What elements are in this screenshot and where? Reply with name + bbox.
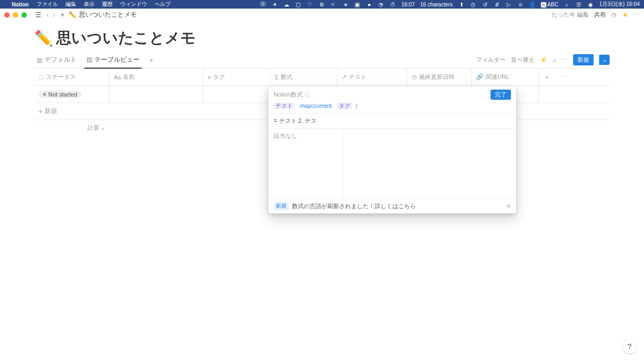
col-updated[interactable]: ◷最終更新日時 bbox=[407, 69, 472, 85]
control-center-icon[interactable]: ☰ bbox=[575, 1, 582, 8]
formula-result: = テスト 2, テス bbox=[268, 113, 516, 128]
col-formula[interactable]: Σ数式 bbox=[270, 69, 338, 85]
col-url[interactable]: 🔗関連URL bbox=[472, 69, 539, 85]
help-button[interactable]: ? bbox=[623, 340, 636, 353]
token-keyword: current bbox=[313, 102, 332, 109]
status-icon[interactable]: Ⓝ bbox=[260, 1, 266, 8]
menubar-item-history[interactable]: 履歴 bbox=[102, 1, 113, 8]
menubar-item-help[interactable]: ヘルプ bbox=[155, 1, 171, 8]
footer-text[interactable]: 数式の言語が刷新されました！詳しくはこちら bbox=[292, 202, 416, 210]
search-icon[interactable]: ⌕ bbox=[564, 1, 570, 8]
favorite-icon[interactable]: ★ bbox=[622, 11, 628, 19]
sort-button[interactable]: 並べ替え bbox=[511, 56, 535, 64]
close-window[interactable] bbox=[4, 12, 10, 18]
col-more[interactable]: ⋯ bbox=[555, 69, 571, 85]
page-emoji-icon[interactable]: ✏️ bbox=[34, 30, 53, 47]
done-button[interactable]: 完了 bbox=[491, 90, 511, 100]
add-column[interactable]: + bbox=[539, 69, 555, 85]
nav-back[interactable]: ‹ bbox=[46, 11, 50, 19]
calc-cell[interactable]: 計算 ⌄ bbox=[34, 120, 109, 135]
token-property: タグ bbox=[337, 102, 352, 109]
cell-tag[interactable] bbox=[203, 86, 270, 102]
status-text: Not started bbox=[48, 91, 77, 98]
col-name[interactable]: Aa名前 bbox=[109, 69, 203, 85]
calc-label: 計算 bbox=[87, 124, 99, 132]
upload-icon[interactable]: ⬆ bbox=[458, 1, 465, 8]
status-icon[interactable]: ✦ bbox=[272, 1, 278, 8]
table-header: ◌ステータス Aa名前 ≡タグ Σ数式 ↗テスト ◷最終更新日時 🔗関連URL … bbox=[34, 69, 610, 86]
link-icon: 🔗 bbox=[476, 73, 484, 80]
table-icon: ▤ bbox=[86, 56, 92, 63]
cell-name[interactable] bbox=[109, 86, 203, 102]
token-property: テスト bbox=[274, 102, 295, 109]
new-page-icon[interactable]: + bbox=[61, 11, 64, 19]
cell-status[interactable]: Not started bbox=[34, 86, 109, 102]
more-icon[interactable]: ⋯ bbox=[634, 11, 640, 18]
col-label: ステータス bbox=[46, 73, 76, 81]
sync-icon[interactable]: ⇵ bbox=[494, 1, 500, 8]
app-icon[interactable]: ▣ bbox=[354, 1, 361, 8]
col-label: 関連URL bbox=[486, 73, 509, 81]
menubar-item-window[interactable]: ウィンドウ bbox=[120, 1, 147, 8]
formula-editor-popover: Notion数式 ⓘ 完了 テスト .map(current. タグ ) = テ… bbox=[268, 86, 516, 213]
history-icon[interactable]: ↺ bbox=[482, 1, 488, 8]
timer-value: 16:07 bbox=[401, 2, 415, 8]
line-icon[interactable]: ● bbox=[366, 1, 372, 8]
alarm-icon[interactable]: ⏱ bbox=[390, 1, 396, 8]
page-title[interactable]: ✏️ 思いついたことメモ bbox=[34, 28, 610, 48]
status-icon: ◌ bbox=[39, 73, 44, 80]
mac-menubar: Notion ファイル 編集 表示 履歴 ウィンドウ ヘルプ Ⓝ ✦ ☁ ▢ ♡… bbox=[0, 0, 644, 9]
new-badge: 新規 bbox=[274, 202, 289, 210]
view-tab-table[interactable]: ▤ テーブルビュー bbox=[84, 52, 142, 69]
more-icon[interactable]: ⋯ bbox=[562, 56, 568, 63]
settings-icon[interactable]: ⚙ bbox=[319, 1, 325, 8]
maximize-window[interactable] bbox=[21, 12, 27, 18]
clock-icon[interactable]: ◷ bbox=[470, 1, 477, 8]
menubar-item-view[interactable]: 表示 bbox=[84, 1, 94, 8]
col-test[interactable]: ↗テスト bbox=[338, 69, 407, 85]
text-icon: Aa bbox=[114, 74, 121, 80]
formula-icon: Σ bbox=[275, 74, 279, 80]
ime-indicator[interactable]: A ABC bbox=[541, 2, 559, 8]
eye-icon[interactable]: ◉ bbox=[587, 1, 594, 8]
user-icon[interactable]: 👤 bbox=[529, 1, 536, 8]
page-title-text[interactable]: 思いついたことメモ bbox=[56, 28, 196, 48]
shield-icon[interactable]: ♡ bbox=[307, 1, 313, 8]
new-button[interactable]: 新規 bbox=[573, 54, 594, 65]
gauge-icon[interactable]: ◔ bbox=[378, 1, 384, 8]
col-label: 名前 bbox=[123, 73, 135, 81]
display-icon[interactable]: ⎚ bbox=[517, 1, 524, 8]
menubar-item-file[interactable]: ファイル bbox=[36, 1, 58, 8]
traffic-lights[interactable] bbox=[4, 12, 27, 18]
char-count: 16 characters bbox=[420, 2, 453, 8]
col-status[interactable]: ◌ステータス bbox=[34, 69, 109, 85]
menubar-app[interactable]: Notion bbox=[12, 2, 29, 8]
cloud-icon[interactable]: ☁ bbox=[283, 1, 290, 8]
view-tabs: ▦ デフォルト ▤ テーブルビュー + フィルター 並べ替え ⚡ ⌕ ⋯ 新規⌄ bbox=[34, 51, 610, 69]
page-emoji-icon: ✏️ bbox=[69, 11, 77, 19]
new-button-dropdown[interactable]: ⌄ bbox=[599, 55, 610, 65]
wifi-icon[interactable]: ᯤ bbox=[331, 1, 337, 8]
search-icon[interactable]: ⌕ bbox=[553, 57, 557, 63]
view-tab-default[interactable]: ▦ デフォルト bbox=[34, 52, 79, 68]
close-icon[interactable]: ✕ bbox=[506, 203, 511, 210]
sidebar-toggle-icon[interactable]: ☰ bbox=[35, 11, 41, 19]
menubar-item-edit[interactable]: 編集 bbox=[65, 1, 76, 8]
breadcrumb-title: 思いついたことメモ bbox=[79, 10, 137, 19]
screen-icon[interactable]: ▢ bbox=[295, 1, 302, 8]
filter-button[interactable]: フィルター bbox=[476, 56, 506, 64]
share-button[interactable]: 共有 bbox=[594, 11, 606, 19]
bolt-icon[interactable]: ⚡ bbox=[540, 56, 547, 63]
menubar-date[interactable]: 1月3日(水) 16:04 bbox=[599, 1, 640, 8]
add-view-button[interactable]: + bbox=[147, 56, 156, 64]
nav-forward[interactable]: › bbox=[52, 11, 56, 19]
col-tag[interactable]: ≡タグ bbox=[203, 69, 270, 85]
no-match-label: 該当なし bbox=[268, 129, 343, 198]
clock-icon[interactable]: ◷ bbox=[611, 11, 617, 18]
play-icon[interactable]: ▷ bbox=[506, 1, 512, 8]
bluetooth-icon[interactable]: ∗ bbox=[342, 1, 349, 8]
breadcrumb[interactable]: ✏️ 思いついたことメモ bbox=[69, 10, 137, 19]
minimize-window[interactable] bbox=[13, 12, 18, 18]
popover-title: Notion数式 ⓘ bbox=[274, 91, 310, 99]
formula-input[interactable]: テスト .map(current. タグ ) bbox=[274, 102, 511, 110]
